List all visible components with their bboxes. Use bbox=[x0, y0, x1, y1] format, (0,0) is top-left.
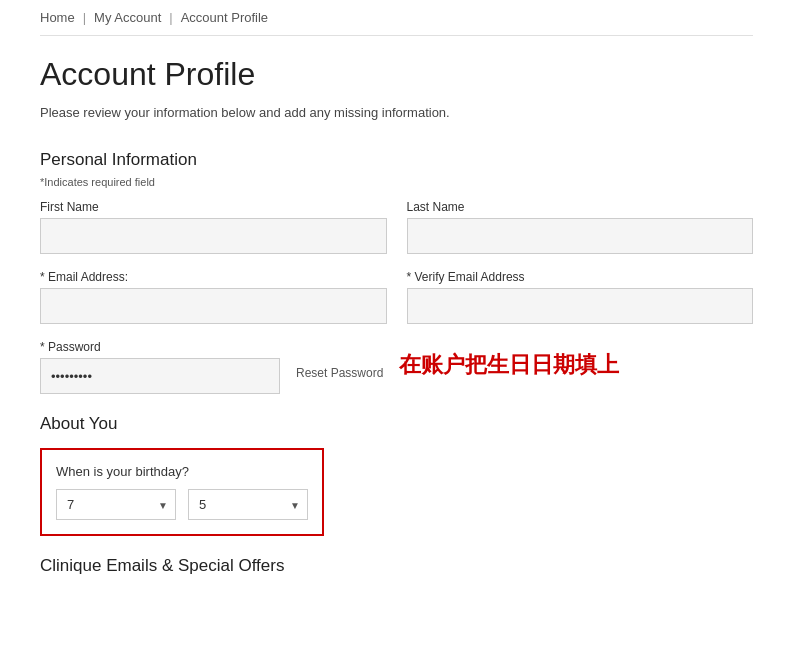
breadcrumb-sep-2: | bbox=[169, 10, 172, 25]
about-you-section: About You When is your birthday? 1 2 3 4… bbox=[40, 414, 753, 536]
emails-section-title: Clinique Emails & Special Offers bbox=[40, 556, 753, 576]
first-name-input[interactable] bbox=[40, 218, 387, 254]
birthday-box: When is your birthday? 1 2 3 4 5 6 7 8 9… bbox=[40, 448, 324, 536]
email-label: * Email Address: bbox=[40, 270, 387, 284]
password-input[interactable] bbox=[40, 358, 280, 394]
verify-email-input[interactable] bbox=[407, 288, 754, 324]
first-name-label: First Name bbox=[40, 200, 387, 214]
breadcrumb-sep-1: | bbox=[83, 10, 86, 25]
breadcrumb: Home | My Account | Account Profile bbox=[40, 0, 753, 36]
name-row: First Name Last Name bbox=[40, 200, 753, 254]
last-name-label: Last Name bbox=[407, 200, 754, 214]
personal-info-title: Personal Information bbox=[40, 150, 753, 170]
required-note: *Indicates required field bbox=[40, 176, 753, 188]
emails-section: Clinique Emails & Special Offers bbox=[40, 556, 753, 576]
personal-info-section: Personal Information *Indicates required… bbox=[40, 150, 753, 394]
verify-email-group: * Verify Email Address bbox=[407, 270, 754, 324]
last-name-group: Last Name bbox=[407, 200, 754, 254]
email-row: * Email Address: * Verify Email Address bbox=[40, 270, 753, 324]
month-select[interactable]: 1 2 3 4 5 6 7 8 9 10 11 12 bbox=[56, 489, 176, 520]
page-description: Please review your information below and… bbox=[40, 105, 753, 120]
day-select[interactable]: 1 2 3 4 5 6 7 8 9 10 11 12 13 14 bbox=[188, 489, 308, 520]
annotation-text: 在账户把生日日期填上 bbox=[399, 350, 619, 380]
birthday-selects: 1 2 3 4 5 6 7 8 9 10 11 12 ▼ bbox=[56, 489, 308, 520]
password-row: * Password Reset Password 在账户把生日日期填上 bbox=[40, 340, 753, 394]
password-group: * Password bbox=[40, 340, 280, 394]
month-select-wrapper: 1 2 3 4 5 6 7 8 9 10 11 12 ▼ bbox=[56, 489, 176, 520]
breadcrumb-account-profile: Account Profile bbox=[181, 10, 268, 25]
day-select-wrapper: 1 2 3 4 5 6 7 8 9 10 11 12 13 14 bbox=[188, 489, 308, 520]
breadcrumb-home[interactable]: Home bbox=[40, 10, 75, 25]
about-you-title: About You bbox=[40, 414, 753, 434]
first-name-group: First Name bbox=[40, 200, 387, 254]
email-input[interactable] bbox=[40, 288, 387, 324]
verify-email-label: * Verify Email Address bbox=[407, 270, 754, 284]
reset-password-link[interactable]: Reset Password bbox=[296, 366, 383, 380]
email-group: * Email Address: bbox=[40, 270, 387, 324]
last-name-input[interactable] bbox=[407, 218, 754, 254]
birthday-label: When is your birthday? bbox=[56, 464, 308, 479]
password-label: * Password bbox=[40, 340, 280, 354]
breadcrumb-my-account[interactable]: My Account bbox=[94, 10, 161, 25]
page-title: Account Profile bbox=[40, 56, 753, 93]
